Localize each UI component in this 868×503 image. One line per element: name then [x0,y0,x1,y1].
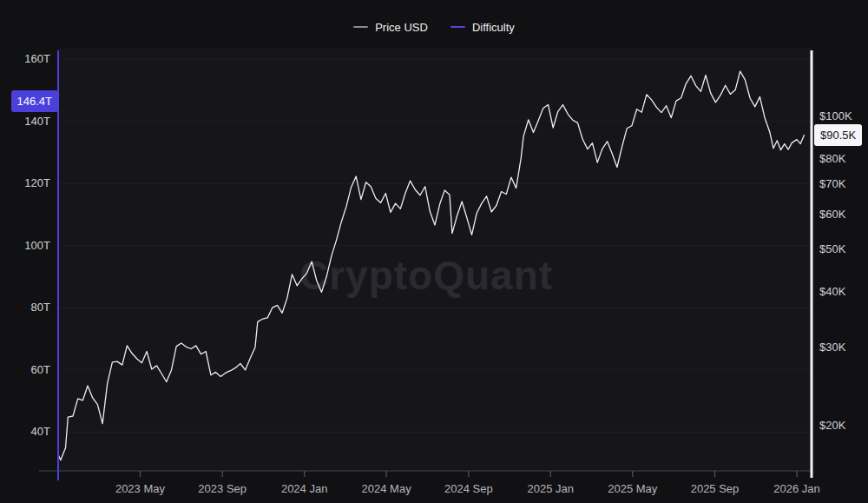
price-usd-line [58,71,805,460]
price-current-value-badge: $90.5K [814,124,862,146]
chart-canvas[interactable] [0,0,868,503]
difficulty-current-value-badge: 146.4T [11,90,58,112]
chart-panel: Price USD Difficulty CryptoQuant 40T60T8… [0,0,868,503]
